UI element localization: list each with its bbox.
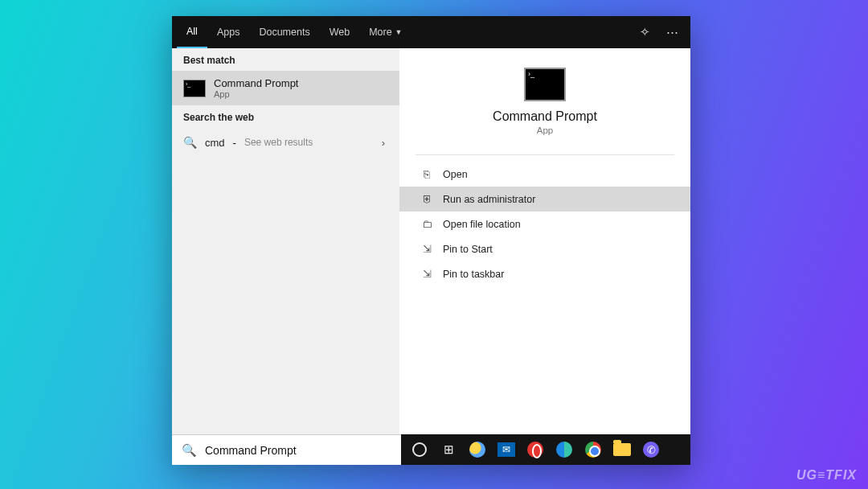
tab-more[interactable]: More ▼ bbox=[359, 16, 411, 48]
result-subtitle: App bbox=[214, 89, 298, 99]
details-column: Command Prompt App ⎘ Open ⛨ Run as admin… bbox=[399, 48, 690, 434]
action-label: Open bbox=[443, 169, 468, 180]
result-title: Command Prompt bbox=[214, 77, 298, 89]
search-icon: 🔍 bbox=[182, 443, 197, 458]
action-label: Pin to taskbar bbox=[443, 269, 504, 280]
search-panel: All Apps Documents Web More ▼ ✧ ⋯ Best m… bbox=[172, 16, 690, 465]
chevron-right-icon: › bbox=[382, 137, 388, 149]
more-options-icon[interactable]: ⋯ bbox=[658, 25, 686, 39]
app-summary: Command Prompt App bbox=[399, 48, 690, 148]
search-icon: 🔍 bbox=[183, 136, 197, 149]
search-web-label: Search the web bbox=[172, 105, 399, 128]
cortana-icon[interactable] bbox=[411, 441, 428, 458]
results-column: Best match Command Prompt App Search the… bbox=[172, 48, 399, 434]
tab-documents[interactable]: Documents bbox=[249, 16, 319, 48]
admin-icon: ⛨ bbox=[420, 193, 433, 205]
task-view-icon[interactable]: ⊞ bbox=[440, 441, 457, 458]
actions-list: ⎘ Open ⛨ Run as administrator 🗀 Open fil… bbox=[399, 158, 690, 290]
feedback-icon[interactable]: ✧ bbox=[631, 25, 658, 39]
mail-app-icon[interactable]: ✉ bbox=[497, 441, 515, 458]
command-prompt-icon-large bbox=[524, 68, 566, 101]
chrome-app-icon[interactable] bbox=[584, 441, 602, 458]
web-hint-text: See web results bbox=[244, 137, 313, 148]
divider bbox=[416, 154, 674, 155]
action-pin-to-taskbar[interactable]: ⇲ Pin to taskbar bbox=[399, 261, 690, 286]
action-label: Open file location bbox=[443, 219, 521, 230]
open-icon: ⎘ bbox=[420, 168, 433, 180]
viber-app-icon[interactable]: ✆ bbox=[642, 441, 660, 458]
taskbar: ⊞ ✉ ✆ bbox=[401, 434, 690, 465]
opera-app-icon[interactable] bbox=[526, 441, 544, 458]
tabs-bar: All Apps Documents Web More ▼ ✧ ⋯ bbox=[172, 16, 690, 48]
tab-apps[interactable]: Apps bbox=[207, 16, 250, 48]
folder-icon: 🗀 bbox=[420, 218, 433, 230]
action-label: Pin to Start bbox=[443, 244, 493, 255]
best-match-label: Best match bbox=[172, 48, 399, 71]
pin-icon: ⇲ bbox=[420, 243, 433, 255]
weather-app-icon[interactable] bbox=[469, 441, 486, 458]
action-run-as-administrator[interactable]: ⛨ Run as administrator bbox=[399, 187, 690, 212]
app-title: Command Prompt bbox=[493, 109, 597, 124]
action-open[interactable]: ⎘ Open bbox=[399, 162, 690, 187]
watermark: UG≡TFIX bbox=[796, 468, 857, 483]
pin-icon: ⇲ bbox=[420, 268, 433, 280]
tab-more-label: More bbox=[369, 27, 391, 38]
action-pin-to-start[interactable]: ⇲ Pin to Start bbox=[399, 236, 690, 261]
app-subtitle: App bbox=[537, 125, 553, 135]
best-match-result[interactable]: Command Prompt App bbox=[172, 71, 399, 105]
action-label: Run as administrator bbox=[443, 194, 535, 205]
edge-app-icon[interactable] bbox=[555, 441, 573, 458]
action-open-file-location[interactable]: 🗀 Open file location bbox=[399, 212, 690, 236]
file-explorer-icon[interactable] bbox=[613, 441, 631, 458]
web-query-text: cmd bbox=[205, 137, 225, 149]
web-search-result[interactable]: 🔍 cmd - See web results › bbox=[172, 128, 399, 157]
chevron-down-icon: ▼ bbox=[395, 28, 403, 36]
command-prompt-icon bbox=[183, 80, 206, 97]
tab-all[interactable]: All bbox=[177, 16, 207, 48]
tab-web[interactable]: Web bbox=[320, 16, 359, 48]
